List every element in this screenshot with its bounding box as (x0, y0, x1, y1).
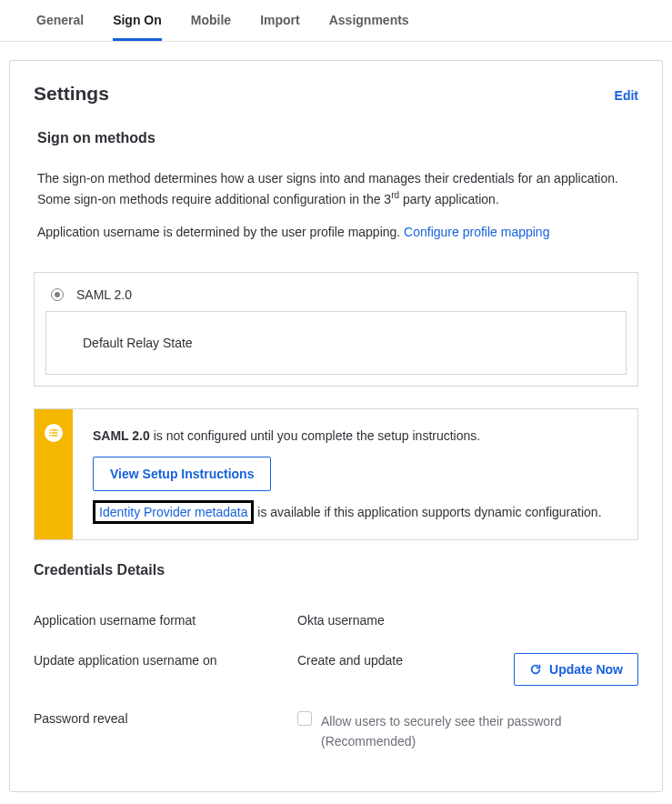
list-icon (45, 424, 63, 442)
default-relay-state-box: Default Relay State (45, 311, 627, 375)
tab-assignments[interactable]: Assignments (329, 0, 409, 41)
edit-link[interactable]: Edit (615, 88, 638, 103)
password-reveal-row: Password reveal Allow users to securely … (34, 698, 638, 765)
radio-icon (51, 288, 64, 301)
saml-radio-label: SAML 2.0 (76, 287, 132, 302)
tab-mobile[interactable]: Mobile (191, 0, 231, 41)
password-reveal-checkbox[interactable] (297, 711, 312, 726)
alert-text-2: Identity Provider metadata is available … (93, 502, 602, 522)
password-reveal-label: Password reveal (34, 711, 288, 726)
alert-text-1: SAML 2.0 is not configured until you com… (93, 426, 602, 446)
password-reveal-checkbox-label: Allow users to securely see their passwo… (321, 711, 638, 752)
credentials-details-section: Credentials Details Application username… (10, 540, 662, 792)
alert-bar (35, 409, 73, 539)
settings-title: Settings (34, 83, 109, 105)
saml-method-box: SAML 2.0 Default Relay State (34, 272, 638, 387)
update-username-row: Update application username on Create an… (34, 640, 638, 698)
svg-rect-0 (50, 429, 52, 431)
tab-sign-on[interactable]: Sign On (113, 0, 162, 41)
tab-bar: General Sign On Mobile Import Assignment… (0, 0, 672, 42)
tab-import[interactable]: Import (260, 0, 300, 41)
identity-provider-metadata-link[interactable]: Identity Provider metadata (99, 505, 247, 519)
settings-card: Settings Edit Sign on methods The sign-o… (9, 60, 663, 792)
methods-description-2: Application username is determined by th… (37, 222, 635, 242)
credentials-details-title: Credentials Details (34, 562, 638, 578)
saml-alert: SAML 2.0 is not configured until you com… (34, 408, 638, 540)
svg-rect-3 (52, 432, 58, 434)
refresh-icon (529, 663, 542, 676)
configure-profile-mapping-link[interactable]: Configure profile mapping (404, 225, 549, 239)
sign-on-methods-title: Sign on methods (37, 130, 635, 146)
svg-rect-2 (50, 432, 52, 434)
svg-rect-5 (52, 435, 58, 437)
update-now-button[interactable]: Update Now (514, 653, 638, 686)
tab-general[interactable]: General (36, 0, 84, 41)
username-format-row: Application username format Okta usernam… (34, 600, 638, 640)
update-username-label: Update application username on (34, 653, 288, 668)
update-username-value: Create and update (297, 653, 505, 668)
svg-rect-1 (52, 429, 58, 431)
username-format-value: Okta username (297, 613, 629, 628)
saml-radio-row[interactable]: SAML 2.0 (35, 273, 637, 311)
svg-rect-4 (50, 435, 52, 437)
username-format-label: Application username format (34, 613, 288, 628)
default-relay-state-label: Default Relay State (83, 336, 193, 350)
methods-description-1: The sign-on method determines how a user… (37, 168, 635, 209)
view-setup-instructions-button[interactable]: View Setup Instructions (93, 457, 271, 491)
